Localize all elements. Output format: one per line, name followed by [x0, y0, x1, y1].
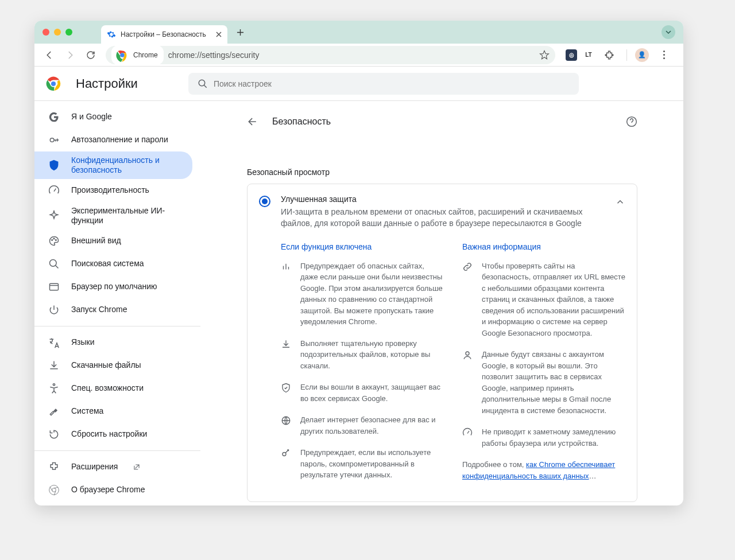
details-columns: Если функция включена Предупреждает об о…	[281, 242, 625, 491]
section-title: Безопасный просмотр	[247, 168, 637, 177]
sidebar-item-label: Автозаполнение и пароли	[71, 135, 168, 145]
forward-button[interactable]	[61, 46, 79, 64]
globe-icon	[281, 415, 291, 426]
feature-text: Если вы вошли в аккаунт, защищает вас во…	[300, 382, 444, 404]
bookmark-icon[interactable]	[539, 50, 550, 60]
sidebar-separator	[34, 450, 200, 451]
sidebar-item-label: Экспериментальные ИИ-функции	[71, 206, 179, 226]
search-input[interactable]	[214, 79, 570, 88]
power-icon	[48, 304, 60, 316]
settings-body: Я и Google Автозаполнение и пароли Конфи…	[34, 101, 683, 505]
chrome-logo	[46, 76, 61, 91]
google-icon	[48, 111, 60, 123]
help-icon[interactable]	[626, 116, 637, 127]
analytics-icon	[281, 262, 291, 272]
sidebar-reset[interactable]: Сбросить настройки	[34, 423, 192, 446]
external-link-icon	[133, 463, 141, 471]
sidebar-autofill[interactable]: Автозаполнение и пароли	[34, 129, 192, 151]
feature-text: Выполняет тщательную проверку подозрител…	[300, 338, 444, 372]
palette-icon	[48, 235, 60, 247]
chrome-icon	[115, 48, 130, 63]
address-bar[interactable]: Chrome chrome://settings/security	[106, 46, 555, 64]
settings-search[interactable]	[188, 73, 579, 95]
close-tab-icon[interactable]	[216, 32, 222, 37]
download-icon	[281, 339, 291, 349]
sidebar-item-label: Браузер по умолчанию	[71, 282, 157, 292]
svg-point-8	[56, 240, 57, 241]
sidebar-item-label: Скачанные файлы	[71, 360, 141, 371]
sidebar-on-startup[interactable]: Запуск Chrome	[34, 298, 192, 321]
back-arrow-icon[interactable]	[247, 116, 258, 127]
reset-icon	[48, 429, 60, 440]
content-header: Безопасность	[247, 106, 637, 138]
tab-bar: Настройки – Безопасность	[34, 21, 683, 44]
sidebar-accessibility[interactable]: Спец. возможности	[34, 377, 192, 400]
sidebar-item-label: Производительность	[71, 185, 149, 196]
sidebar-languages[interactable]: Языки	[34, 331, 192, 354]
shield-icon	[48, 160, 60, 171]
svg-point-9	[50, 260, 57, 267]
option-title: Улучшенная защита	[281, 195, 605, 204]
extension-icon-lt[interactable]: LT	[583, 49, 594, 61]
wrench-icon	[48, 406, 60, 417]
sidebar-privacy-security[interactable]: Конфиденциальность и безопасность	[34, 151, 192, 179]
column-title: Важная информация	[462, 242, 625, 251]
sidebar-item-label: Конфиденциальность и безопасность	[71, 155, 179, 176]
sidebar-downloads[interactable]: Скачанные файлы	[34, 354, 192, 377]
sidebar-appearance[interactable]: Внешний вид	[34, 230, 192, 252]
extensions-area: ◎ LT 👤	[566, 46, 673, 64]
sidebar-system[interactable]: Система	[34, 400, 192, 423]
back-button[interactable]	[40, 46, 59, 64]
svg-point-16	[283, 453, 286, 456]
feature-text: Чтобы проверять сайты на безопасность, о…	[482, 260, 625, 339]
svg-point-4	[199, 80, 205, 86]
search-icon	[48, 258, 60, 270]
accessibility-icon	[48, 383, 60, 394]
minimize-window[interactable]	[54, 29, 61, 36]
sidebar-extensions[interactable]: Расширения	[34, 456, 192, 479]
maximize-window[interactable]	[65, 29, 72, 36]
chrome-outline-icon	[48, 484, 60, 496]
svg-point-6	[52, 240, 53, 241]
feature-text: Предупреждает об опасных сайтах, даже ес…	[300, 260, 444, 328]
feature-text: Делает интернет безопаснее для вас и дру…	[300, 414, 444, 437]
sidebar-item-label: Сбросить настройки	[71, 429, 147, 440]
browser-icon	[48, 281, 60, 293]
svg-point-7	[53, 238, 55, 239]
browser-menu[interactable]	[655, 46, 673, 64]
feature-text: Данные будут связаны с аккаунтом Google,…	[482, 349, 625, 416]
radio-enhanced-protection[interactable]	[259, 196, 270, 207]
profile-avatar[interactable]: 👤	[635, 48, 649, 62]
close-window[interactable]	[42, 29, 49, 36]
settings-app-title: Настройки	[76, 76, 138, 91]
svg-rect-10	[50, 283, 59, 290]
sidebar-item-label: Внешний вид	[71, 236, 121, 246]
account-icon	[462, 350, 473, 360]
tab-settings[interactable]: Настройки – Безопасность	[101, 25, 227, 44]
speedometer-icon	[48, 185, 60, 196]
origin-label: Chrome	[133, 51, 158, 59]
sidebar-search-engine[interactable]: Поисковая система	[34, 252, 192, 275]
content-area: Безопасность Безопасный просмотр Улучшен…	[201, 101, 683, 505]
settings-header: Настройки	[34, 67, 683, 101]
reload-button[interactable]	[82, 46, 100, 64]
sidebar-about[interactable]: О браузере Chrome	[34, 479, 192, 501]
sidebar-you-and-google[interactable]: Я и Google	[34, 106, 192, 129]
chrome-origin-chip: Chrome	[111, 45, 164, 65]
window-controls	[42, 29, 72, 36]
sidebar-item-label: Расширения	[71, 462, 118, 472]
sidebar-item-label: Спец. возможности	[71, 383, 144, 394]
tab-dropdown[interactable]	[662, 25, 675, 39]
sidebar-default-browser[interactable]: Браузер по умолчанию	[34, 275, 192, 298]
chevron-up-icon[interactable]	[615, 197, 625, 207]
sidebar-performance[interactable]: Производительность	[34, 179, 192, 202]
new-tab-button[interactable]	[232, 24, 248, 40]
sidebar-ai-features[interactable]: Экспериментальные ИИ-функции	[34, 202, 192, 230]
sidebar-separator	[34, 326, 200, 326]
page-title: Безопасность	[272, 116, 612, 127]
extension-icon-1[interactable]: ◎	[566, 49, 577, 61]
translate-icon	[48, 337, 60, 348]
puzzle-icon	[48, 461, 60, 473]
protection-option-card: Улучшенная защита ИИ-защита в реальном в…	[247, 184, 637, 502]
extensions-button[interactable]	[600, 46, 618, 64]
